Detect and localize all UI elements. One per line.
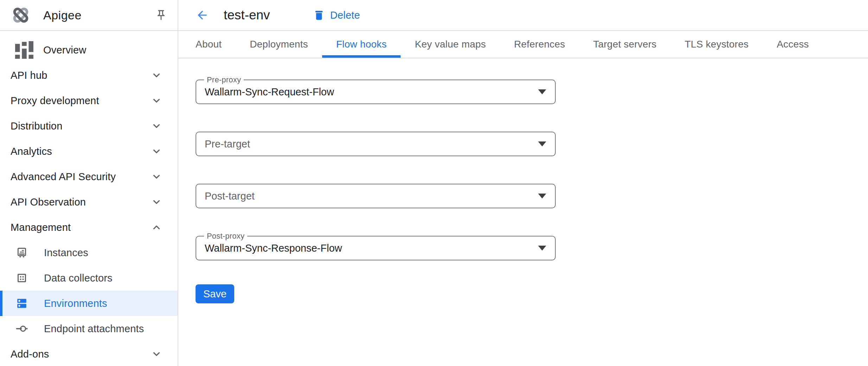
tab-tls-keystores[interactable]: TLS keystores [671, 31, 763, 58]
delete-label: Delete [330, 10, 360, 21]
tab-access[interactable]: Access [762, 31, 823, 58]
pre-proxy-value: Wallarm-Sync-Request-Flow [205, 86, 334, 98]
sidebar-item-instances[interactable]: Instances [0, 240, 178, 265]
sidebar-item-label: Analytics [11, 146, 52, 157]
post-proxy-label: Post-proxy [204, 232, 247, 241]
sidebar-header: Apigee [0, 0, 178, 31]
tab-label: Access [777, 39, 809, 50]
dropdown-arrow-icon [538, 89, 546, 94]
sidebar-item-management[interactable]: Management [0, 215, 178, 240]
post-proxy-select[interactable]: Post-proxy Wallarm-Sync-Response-Flow [196, 236, 556, 260]
dropdown-arrow-icon [538, 246, 546, 251]
pre-target-select[interactable]: Pre-target [196, 132, 556, 156]
sidebar-item-proxy-development[interactable]: Proxy development [0, 88, 178, 113]
chevron-down-icon [151, 145, 162, 157]
tab-label: TLS keystores [685, 39, 749, 50]
sidebar-item-overview[interactable]: Overview [0, 37, 178, 63]
chevron-down-icon [151, 171, 162, 183]
sidebar-item-api-hub[interactable]: API hub [0, 63, 178, 88]
chevron-down-icon [151, 348, 162, 360]
tab-label: References [514, 39, 565, 50]
sidebar-item-label: Advanced API Security [11, 171, 116, 183]
apigee-logo-icon [9, 4, 32, 26]
sidebar-item-analytics[interactable]: Analytics [0, 139, 178, 164]
flow-hooks-form: Pre-proxy Wallarm-Sync-Request-Flow Pre-… [178, 58, 868, 303]
post-target-placeholder: Post-target [205, 190, 255, 202]
endpoint-attachments-icon [16, 323, 28, 335]
sidebar-item-label: Environments [44, 298, 107, 309]
tab-about[interactable]: About [181, 31, 236, 58]
tab-bar: About Deployments Flow hooks Key value m… [178, 31, 868, 58]
sidebar-item-label: Management [11, 222, 71, 233]
delete-button[interactable]: Delete [313, 9, 360, 21]
pre-proxy-label: Pre-proxy [204, 75, 244, 84]
data-collectors-icon [16, 272, 28, 284]
sidebar-item-api-observation[interactable]: API Observation [0, 189, 178, 215]
pin-icon[interactable] [155, 9, 167, 21]
overview-icon [15, 41, 33, 59]
chevron-down-icon [151, 120, 162, 132]
sidebar-item-endpoint-attachments[interactable]: Endpoint attachments [0, 316, 178, 341]
chevron-down-icon [151, 95, 162, 107]
sidebar: Apigee Overview API hub Pro [0, 0, 178, 366]
sidebar-item-label: Distribution [11, 120, 62, 132]
chevron-down-icon [151, 196, 162, 208]
tab-label: About [196, 39, 222, 50]
environments-icon [16, 297, 28, 309]
sidebar-item-label: API hub [11, 70, 47, 81]
pre-proxy-select[interactable]: Pre-proxy Wallarm-Sync-Request-Flow [196, 80, 556, 104]
page-title: test-env [224, 8, 270, 23]
sidebar-item-label: API Observation [11, 196, 86, 208]
pre-target-placeholder: Pre-target [205, 138, 250, 150]
tab-deployments[interactable]: Deployments [236, 31, 322, 58]
sidebar-item-label: Endpoint attachments [44, 323, 144, 335]
sidebar-item-label: Data collectors [44, 272, 113, 284]
tab-label: Flow hooks [336, 39, 387, 50]
post-target-select[interactable]: Post-target [196, 184, 556, 208]
sidebar-item-distribution[interactable]: Distribution [0, 113, 178, 139]
sidebar-item-label: Overview [43, 44, 86, 56]
delete-icon [313, 9, 325, 21]
main-area: test-env Delete About Deployments Flow h… [178, 0, 868, 366]
sidebar-item-data-collectors[interactable]: Data collectors [0, 265, 178, 291]
dropdown-arrow-icon [538, 194, 546, 198]
sidebar-item-label: Instances [44, 247, 88, 259]
sidebar-item-advanced-api-security[interactable]: Advanced API Security [0, 164, 178, 189]
sidebar-item-environments[interactable]: Environments [0, 291, 178, 316]
sidebar-nav: Overview API hub Proxy development Distr… [0, 31, 178, 366]
sidebar-item-add-ons[interactable]: Add-ons [0, 341, 178, 366]
instances-icon [16, 247, 28, 259]
tab-flow-hooks[interactable]: Flow hooks [322, 31, 401, 58]
sidebar-item-label: Proxy development [11, 95, 99, 107]
dropdown-arrow-icon [538, 141, 546, 146]
back-arrow-icon[interactable] [196, 8, 209, 22]
chevron-down-icon [151, 69, 162, 81]
tab-key-value-maps[interactable]: Key value maps [401, 31, 500, 58]
tab-label: Deployments [250, 39, 308, 50]
post-proxy-value: Wallarm-Sync-Response-Flow [205, 242, 342, 254]
tab-label: Target servers [593, 39, 657, 50]
tab-target-servers[interactable]: Target servers [579, 31, 671, 58]
tab-label: Key value maps [415, 39, 486, 50]
brand-name: Apigee [43, 8, 82, 22]
sidebar-item-label: Add-ons [11, 348, 49, 360]
tab-references[interactable]: References [500, 31, 579, 58]
page-header: test-env Delete [178, 0, 868, 31]
save-button[interactable]: Save [196, 284, 234, 303]
chevron-up-icon [151, 221, 162, 233]
